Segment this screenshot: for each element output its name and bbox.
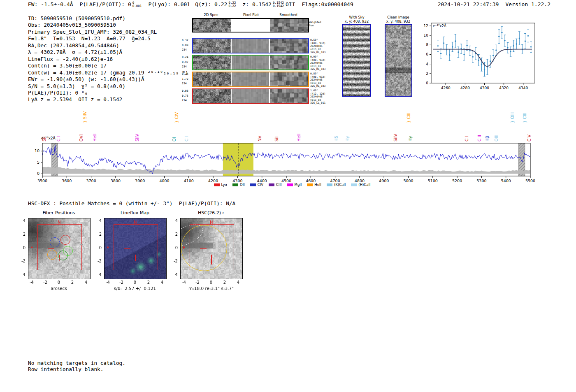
- spec2d-row-1-stats: 0.240.97234: [182, 55, 191, 70]
- line-fit-plot-svg: 02468101242604280430043204340e⁻¹⁷x2Å: [419, 21, 539, 94]
- line-label-Hδ-4706: Hδ: [334, 136, 339, 141]
- clean-subtitle: x, y: 408, 932: [383, 19, 413, 23]
- cutout-title-1: Lineflux Map: [100, 210, 170, 216]
- line-label-CIV-5497: CIV: [527, 135, 532, 141]
- weighted-sum-label: Weighted Sum: [309, 21, 321, 27]
- cutout-1-ytick-2: 2: [95, 232, 102, 237]
- info-line-1: Obs: 20240405v013_5090059510: [28, 22, 188, 28]
- cutout-panel-2: NE: [180, 218, 243, 279]
- cutout-2-ytick-4: 4: [171, 218, 178, 223]
- cutout-1-ytick-0: 0: [95, 246, 102, 250]
- legend-swatch: [214, 183, 220, 186]
- spec2d-weighted-sum-strip-image: [193, 19, 308, 32]
- fiber-circle-4: [63, 246, 73, 256]
- info-line-2: Primary Spec_Slot_IFU_AMP: 326_082_034_R…: [28, 29, 188, 35]
- legend-swatch: [327, 183, 332, 186]
- spec2d-row-3-strip-image: [193, 89, 308, 103]
- cutout-2-xtick-4: 4: [234, 280, 242, 285]
- line-label-CIII-5478: } CIII: [523, 113, 527, 123]
- spec2d-row-2-stats: 0.241.72234: [182, 72, 191, 86]
- cutout-1-xtick-2: 2: [144, 280, 153, 285]
- legend-item-CIV: CIV: [250, 183, 263, 187]
- line-label-OI-4042: OI: [172, 137, 177, 141]
- col-header-pixelflat: Pixel Flat: [230, 13, 272, 17]
- svg-text:10: 10: [35, 148, 39, 153]
- info-line-10: S/N = 5.0(±1.3) χ² = 0.8(±0.0): [28, 83, 188, 90]
- svg-text:3500: 3500: [37, 179, 47, 183]
- spectrum-legend: LyαOIICIVCIIIMgIIHeII(K)CaII(H)CaII: [177, 183, 407, 187]
- spec2d-row-1-strip: [192, 55, 309, 70]
- cutout-xlabel-0: arcsecs: [20, 286, 98, 291]
- cutout-xlabel-2: m:18.0 re:3.1" s:3.7": [172, 286, 250, 291]
- clean-image-panel: [385, 24, 412, 97]
- line-label-CII-3568: CII: [56, 136, 61, 141]
- header-ew: EW: -1.5±-0.4Å: [28, 1, 73, 7]
- spec2d-row-0-strip-image: [193, 39, 308, 53]
- line-label-HeII-3716: HeII: [93, 133, 97, 141]
- svg-text:5200: 5200: [452, 179, 462, 183]
- svg-text:12: 12: [424, 24, 428, 28]
- spec2d-row-0-stats: 0.320.89234: [182, 38, 191, 53]
- cutout-2-xtick--4: -4: [180, 280, 188, 285]
- cutout-0-ytick--4: -4: [19, 272, 26, 277]
- cutout-0-xtick-0: 0: [55, 280, 63, 285]
- elixer-report-page: EW: -1.5±-0.4Å P(LAE)/P(OII): 0 0 0.001 …: [0, 0, 576, 392]
- compass-e-1: E: [107, 246, 109, 250]
- cutout-0-ytick-0: 0: [19, 246, 26, 250]
- header-plae-stack: 0 0.001: [132, 1, 142, 7]
- header-version: Version 1.22.2: [505, 1, 550, 7]
- line-label-Hγ-5009: Hγ: [408, 136, 413, 141]
- withsky-title: With Sky: [342, 15, 372, 19]
- line-label-NV-4392: NV: [258, 136, 262, 141]
- header-plae: P(LAE)/P(OII): 0: [80, 1, 131, 7]
- svg-text:6: 6: [426, 52, 428, 56]
- cutout-panel-1: NE: [104, 218, 167, 279]
- svg-text:4300: 4300: [480, 86, 489, 90]
- info-line-11: P(LAE)/P(OII): 0 ⁰₀: [28, 90, 188, 96]
- compass-n-2: N: [210, 220, 213, 225]
- cutout-1-ytick--2: -2: [95, 259, 102, 263]
- svg-text:5400: 5400: [501, 179, 511, 183]
- withsky-image: [343, 25, 370, 96]
- svg-text:4000: 4000: [159, 179, 169, 183]
- col-header-2dspec: 2D Spec: [192, 13, 230, 17]
- svg-text:0: 0: [426, 81, 428, 85]
- cutout-1-xtick-4: 4: [158, 280, 166, 285]
- svg-text:4340: 4340: [518, 86, 528, 90]
- svg-text:5100: 5100: [428, 179, 438, 183]
- header-timestamp: 2024-10-21 22:47:39: [438, 1, 499, 7]
- info-line-0: ID: 5090059510 (5090059510.pdf): [28, 15, 188, 22]
- header-summary-line: EW: -1.5±-0.4Å P(LAE)/P(OII): 0 0 0.001 …: [28, 1, 353, 7]
- spec2d-row-3-stats: 0.080.75214: [182, 89, 191, 103]
- cutout-0-ytick-2: 2: [19, 232, 26, 237]
- svg-text:0: 0: [37, 171, 39, 176]
- cutout-1-ytick--4: -4: [95, 272, 102, 277]
- cutout-0-ytick-4: 4: [19, 218, 26, 223]
- legend-item-OII: OII: [232, 183, 245, 187]
- header-flags: Flags:0x00004049: [302, 1, 353, 7]
- detection-info-block: ID: 5090059510 (5090059510.pdf)Obs: 2024…: [28, 15, 188, 103]
- svg-text:8: 8: [426, 43, 428, 47]
- hsc-match-line: HSC-DEX : Possible Matches = 0 (within +…: [28, 200, 235, 207]
- header-qz-stack: 0.22 0.22: [228, 1, 236, 7]
- svg-text:4260: 4260: [441, 86, 451, 90]
- line-label-HeII-4552: HeII: [297, 133, 301, 141]
- spec2d-row-2-annotation: 0.89"(408, 932)20240405v013_03326_RL_103: [310, 72, 325, 88]
- legend-swatch: [287, 183, 293, 186]
- spec2d-weighted-sum-strip: [192, 18, 309, 32]
- spec2d-row-1-annotation: 0.99"(408, 932)20240405v013_01326_RL_103: [310, 55, 325, 71]
- line-fit-plot: 02468101242604280430043204340e⁻¹⁷x2Å: [419, 21, 539, 95]
- info-line-4: RA,Dec (207.140854,49.544846): [28, 42, 188, 49]
- legend-item-MgII: MgII: [287, 183, 302, 187]
- fiber-circle-0: [50, 237, 60, 247]
- cutout-0-xtick-4: 4: [82, 280, 90, 285]
- spec2d-row-1-strip-image: [193, 56, 308, 70]
- svg-text:3700: 3700: [86, 179, 96, 183]
- cutout-2-ytick--4: -4: [171, 272, 178, 277]
- col-header-smoothed: Smoothed: [269, 13, 307, 17]
- cutout-xlabel-1: s/b: -2.57 +/- 0.121: [96, 286, 174, 291]
- cutout-1-xtick--4: -4: [104, 280, 112, 285]
- cutout-0-ytick--2: -2: [19, 259, 26, 263]
- compass-n-0: N: [58, 220, 60, 225]
- svg-text:e⁻¹⁷x2Å: e⁻¹⁷x2Å: [433, 23, 446, 28]
